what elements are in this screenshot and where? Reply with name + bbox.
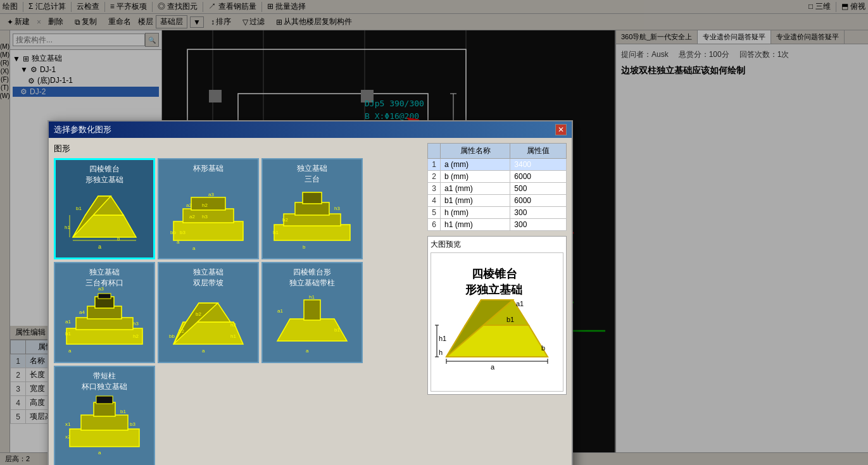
svg-text:a1: a1 — [277, 308, 283, 314]
prop-table-row[interactable]: 4 b1 (mm) 6000 — [428, 195, 567, 207]
prop-row-num: 6 — [428, 219, 441, 231]
svg-text:a: a — [98, 450, 101, 456]
svg-text:h1: h1 — [273, 230, 279, 235]
shape-svg-3: b h1 b2 h3 — [271, 183, 353, 253]
svg-text:四棱锥台: 四棱锥台 — [472, 268, 517, 280]
svg-text:h3: h3 — [202, 214, 208, 220]
svg-text:a2: a2 — [186, 202, 192, 208]
svg-rect-70 — [66, 328, 142, 344]
prop-row-num: 3 — [428, 183, 441, 195]
shape-label-6: 四棱锥台形独立基础带柱 — [263, 267, 362, 288]
preview-svg: 四棱锥台 形独立基础 a1 b1 h1 h a b — [434, 259, 560, 385]
svg-rect-62 — [274, 225, 350, 240]
preview-box: 四棱锥台 形独立基础 a1 b1 h1 h a b — [431, 252, 563, 392]
shape-cell-5[interactable]: 独立基础双层带坡 bb b2 b2 a h2 h1 — [158, 262, 259, 363]
svg-text:形独立基础: 形独立基础 — [465, 283, 522, 296]
shape-svg-4: a a3 a1 b1 h3 h2 a4 — [63, 287, 146, 357]
prop-row-name: a1 (mm) — [441, 183, 510, 195]
shape-grid-area: 图形 四棱锥台形独立基础 a — [54, 143, 422, 465]
svg-text:h2: h2 — [202, 202, 208, 208]
shape-label-3: 独立基础三台 — [263, 163, 362, 185]
svg-text:b: b — [117, 236, 120, 242]
shape-label-7: 带短柱杯口独立基础 — [55, 371, 154, 392]
shape-svg-1: a h1 b1 b — [63, 183, 146, 253]
shape-label-2: 杯形基础 — [159, 163, 258, 174]
prop-row-value[interactable]: 500 — [510, 183, 567, 195]
svg-text:bb: bb — [169, 333, 175, 339]
prop-table-row[interactable]: 2 b (mm) 6000 — [428, 171, 567, 183]
shape-label-5: 独立基础双层带坡 — [159, 267, 258, 288]
prop-table-row[interactable]: 6 h1 (mm) 300 — [428, 219, 567, 231]
prop-row-name: b (mm) — [441, 171, 510, 183]
svg-text:b: b — [303, 244, 306, 250]
prop-row-name: h1 (mm) — [441, 219, 510, 231]
shape-cell-4[interactable]: 独立基础三台有杯口 a a3 a1 b1 h3 — [54, 262, 155, 363]
svg-rect-74 — [98, 294, 111, 299]
shape-svg-6: a b1 a1 h1 — [271, 287, 353, 357]
svg-rect-71 — [76, 318, 133, 330]
svg-text:b2: b2 — [196, 311, 201, 317]
modal-body: 图形 四棱锥台形独立基础 a — [49, 138, 572, 465]
shape-svg-5: bb b2 b2 a h2 h1 — [167, 287, 249, 357]
prop-row-value[interactable]: 6000 — [510, 195, 567, 207]
modal-title: 选择参数化图形 — [54, 124, 111, 135]
modal-right: 属性名称 属性值 1 a (mm) 3400 2 b (mm) 6000 3 a… — [427, 143, 567, 465]
modal-close-button[interactable]: ✕ — [555, 124, 567, 135]
svg-text:x2: x2 — [65, 434, 71, 440]
prop-row-value[interactable]: 6000 — [510, 171, 567, 183]
shape-svg-2: a a2 a3 h2 h3 bb b3 a2 a — [167, 183, 249, 253]
prop-row-value[interactable]: 300 — [510, 207, 567, 219]
shape-cell-6[interactable]: 四棱锥台形独立基础带柱 a b1 a1 h1 — [261, 262, 363, 363]
prop-row-name: h (mm) — [441, 207, 510, 219]
svg-rect-52 — [191, 197, 225, 210]
svg-rect-98 — [81, 415, 128, 430]
shape-svg-7: a x2 x1 b3 b1 — [63, 391, 146, 461]
svg-text:h3: h3 — [133, 321, 139, 326]
svg-text:a: a — [177, 239, 180, 245]
shape-cell-3[interactable]: 独立基础三台 b h1 b2 h3 — [261, 158, 363, 259]
prop-row-value[interactable]: 300 — [510, 219, 567, 231]
svg-text:b3: b3 — [180, 230, 186, 235]
shape-cell-2[interactable]: 杯形基础 a a2 a3 h2 h3 bb b3 — [158, 158, 259, 259]
svg-text:b1: b1 — [76, 206, 82, 211]
svg-rect-92 — [304, 300, 320, 320]
svg-text:h1: h1 — [230, 333, 236, 339]
svg-text:b: b — [541, 344, 545, 352]
prop-table-row[interactable]: 1 a (mm) 3400 — [428, 159, 567, 171]
shape-cell-1[interactable]: 四棱锥台形独立基础 a h1 b1 b — [54, 158, 155, 259]
svg-rect-99 — [94, 402, 115, 416]
preview-area: 大图预览 四棱锥台 形独立基础 a1 b1 — [427, 236, 567, 395]
prop-row-num: 5 — [428, 207, 441, 219]
svg-rect-64 — [295, 202, 329, 215]
svg-text:b1: b1 — [334, 327, 340, 333]
svg-rect-100 — [96, 396, 113, 404]
svg-text:a: a — [306, 348, 309, 354]
modal-titlebar: 选择参数化图形 ✕ — [49, 121, 572, 138]
svg-text:b1: b1 — [120, 409, 126, 414]
svg-text:b2: b2 — [179, 328, 184, 334]
svg-text:a2: a2 — [189, 214, 195, 220]
shapes-label: 图形 — [54, 143, 422, 154]
prop-row-name: b1 (mm) — [441, 195, 510, 207]
svg-text:h1: h1 — [65, 225, 70, 230]
svg-text:b1: b1 — [506, 316, 514, 323]
svg-text:h: h — [439, 349, 443, 356]
prop-table-row[interactable]: 5 h (mm) 300 — [428, 207, 567, 219]
svg-text:a4: a4 — [79, 309, 85, 315]
prop-table-row[interactable]: 3 a1 (mm) 500 — [428, 183, 567, 195]
shape-cell-7[interactable]: 带短柱杯口独立基础 a x2 x1 b3 b1 — [54, 366, 155, 465]
svg-text:a: a — [98, 244, 101, 250]
shape-label-4: 独立基础三台有杯口 — [55, 267, 154, 288]
svg-text:b1: b1 — [65, 331, 71, 337]
svg-text:a1: a1 — [65, 319, 71, 325]
modal-overlay: 选择参数化图形 ✕ 图形 四棱锥台形独立基础 — [0, 0, 868, 465]
prop-row-value[interactable]: 3400 — [510, 159, 567, 171]
shape-label-1: 四棱锥台形独立基础 — [56, 164, 153, 185]
svg-text:b2: b2 — [282, 217, 288, 223]
prop-row-num: 1 — [428, 159, 441, 171]
svg-text:h3: h3 — [334, 206, 340, 211]
prop-col-num — [428, 144, 441, 159]
svg-text:bb: bb — [170, 230, 176, 235]
svg-text:x1: x1 — [65, 421, 71, 427]
svg-text:h1: h1 — [439, 335, 446, 342]
